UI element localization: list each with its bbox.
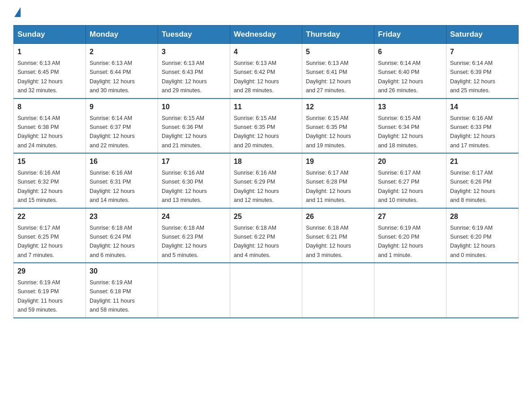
day-number: 13 <box>378 102 442 112</box>
column-header-sunday: Sunday <box>14 26 86 44</box>
day-info: Sunrise: 6:18 AMSunset: 6:23 PMDaylight:… <box>162 225 207 258</box>
calendar-cell: 19 Sunrise: 6:17 AMSunset: 6:28 PMDaylig… <box>302 153 374 208</box>
day-info: Sunrise: 6:16 AMSunset: 6:30 PMDaylight:… <box>162 170 207 203</box>
day-number: 15 <box>17 156 82 167</box>
calendar-cell: 2 Sunrise: 6:13 AMSunset: 6:44 PMDayligh… <box>86 44 158 98</box>
calendar-cell: 26 Sunrise: 6:18 AMSunset: 6:21 PMDaylig… <box>302 208 374 263</box>
day-info: Sunrise: 6:13 AMSunset: 6:44 PMDaylight:… <box>90 60 135 94</box>
calendar-week-2: 8 Sunrise: 6:14 AMSunset: 6:38 PMDayligh… <box>14 98 519 154</box>
day-info: Sunrise: 6:18 AMSunset: 6:22 PMDaylight:… <box>234 225 279 258</box>
calendar-cell: 8 Sunrise: 6:14 AMSunset: 6:38 PMDayligh… <box>14 98 86 154</box>
day-info: Sunrise: 6:13 AMSunset: 6:45 PMDaylight:… <box>17 60 63 94</box>
column-header-wednesday: Wednesday <box>230 26 302 44</box>
day-info: Sunrise: 6:17 AMSunset: 6:27 PMDaylight:… <box>378 170 423 203</box>
day-info: Sunrise: 6:17 AMSunset: 6:28 PMDaylight:… <box>306 170 351 203</box>
day-number: 8 <box>17 102 82 112</box>
day-info: Sunrise: 6:14 AMSunset: 6:39 PMDaylight:… <box>450 60 495 94</box>
calendar-cell <box>302 263 374 318</box>
calendar-cell: 25 Sunrise: 6:18 AMSunset: 6:22 PMDaylig… <box>230 208 302 263</box>
calendar-week-5: 29 Sunrise: 6:19 AMSunset: 6:19 PMDaylig… <box>14 263 519 318</box>
calendar-cell <box>446 263 519 318</box>
day-number: 21 <box>450 156 515 167</box>
calendar-cell: 30 Sunrise: 6:19 AMSunset: 6:18 PMDaylig… <box>86 263 158 318</box>
day-number: 6 <box>378 47 442 57</box>
calendar-cell <box>158 263 230 318</box>
logo-top <box>13 9 21 17</box>
day-info: Sunrise: 6:15 AMSunset: 6:36 PMDaylight:… <box>162 115 207 149</box>
day-info: Sunrise: 6:15 AMSunset: 6:35 PMDaylight:… <box>306 115 351 149</box>
calendar-cell: 1 Sunrise: 6:13 AMSunset: 6:45 PMDayligh… <box>14 44 86 98</box>
calendar-cell: 29 Sunrise: 6:19 AMSunset: 6:19 PMDaylig… <box>14 263 86 318</box>
day-info: Sunrise: 6:13 AMSunset: 6:41 PMDaylight:… <box>306 60 351 94</box>
day-info: Sunrise: 6:13 AMSunset: 6:42 PMDaylight:… <box>234 60 279 94</box>
day-number: 9 <box>90 102 154 112</box>
day-info: Sunrise: 6:14 AMSunset: 6:38 PMDaylight:… <box>17 115 63 149</box>
calendar-cell: 14 Sunrise: 6:16 AMSunset: 6:33 PMDaylig… <box>446 98 519 154</box>
calendar-cell: 23 Sunrise: 6:18 AMSunset: 6:24 PMDaylig… <box>86 208 158 263</box>
day-info: Sunrise: 6:19 AMSunset: 6:20 PMDaylight:… <box>450 225 495 258</box>
day-info: Sunrise: 6:17 AMSunset: 6:25 PMDaylight:… <box>17 225 63 258</box>
day-info: Sunrise: 6:18 AMSunset: 6:21 PMDaylight:… <box>306 225 351 258</box>
day-info: Sunrise: 6:19 AMSunset: 6:19 PMDaylight:… <box>17 279 63 313</box>
calendar-cell: 17 Sunrise: 6:16 AMSunset: 6:30 PMDaylig… <box>158 153 230 208</box>
day-number: 27 <box>378 211 442 222</box>
day-number: 2 <box>90 47 154 57</box>
column-header-thursday: Thursday <box>302 26 374 44</box>
calendar-cell: 5 Sunrise: 6:13 AMSunset: 6:41 PMDayligh… <box>302 44 374 98</box>
calendar-cell: 27 Sunrise: 6:19 AMSunset: 6:20 PMDaylig… <box>374 208 446 263</box>
calendar-cell: 16 Sunrise: 6:16 AMSunset: 6:31 PMDaylig… <box>86 153 158 208</box>
calendar-cell: 13 Sunrise: 6:15 AMSunset: 6:34 PMDaylig… <box>374 98 446 154</box>
day-info: Sunrise: 6:15 AMSunset: 6:34 PMDaylight:… <box>378 115 423 149</box>
day-info: Sunrise: 6:16 AMSunset: 6:29 PMDaylight:… <box>234 170 279 203</box>
day-number: 14 <box>450 102 515 112</box>
day-number: 1 <box>17 47 82 57</box>
calendar-table: SundayMondayTuesdayWednesdayThursdayFrid… <box>13 25 519 318</box>
calendar-cell: 18 Sunrise: 6:16 AMSunset: 6:29 PMDaylig… <box>230 153 302 208</box>
day-number: 12 <box>306 102 370 112</box>
page-header <box>13 9 519 16</box>
day-info: Sunrise: 6:17 AMSunset: 6:26 PMDaylight:… <box>450 170 495 203</box>
calendar-cell: 9 Sunrise: 6:14 AMSunset: 6:37 PMDayligh… <box>86 98 158 154</box>
day-number: 11 <box>234 102 298 112</box>
day-number: 28 <box>450 211 515 222</box>
column-header-saturday: Saturday <box>446 26 519 44</box>
day-number: 20 <box>378 156 442 167</box>
day-number: 19 <box>306 156 370 167</box>
day-info: Sunrise: 6:14 AMSunset: 6:40 PMDaylight:… <box>378 60 423 94</box>
day-number: 5 <box>306 47 370 57</box>
day-number: 30 <box>90 266 154 277</box>
day-info: Sunrise: 6:19 AMSunset: 6:18 PMDaylight:… <box>90 279 135 313</box>
calendar-cell: 20 Sunrise: 6:17 AMSunset: 6:27 PMDaylig… <box>374 153 446 208</box>
day-number: 7 <box>450 47 515 57</box>
day-info: Sunrise: 6:14 AMSunset: 6:37 PMDaylight:… <box>90 115 135 149</box>
calendar-cell: 6 Sunrise: 6:14 AMSunset: 6:40 PMDayligh… <box>374 44 446 98</box>
calendar-cell: 7 Sunrise: 6:14 AMSunset: 6:39 PMDayligh… <box>446 44 519 98</box>
calendar-week-1: 1 Sunrise: 6:13 AMSunset: 6:45 PMDayligh… <box>14 44 519 98</box>
day-number: 16 <box>90 156 154 167</box>
column-header-friday: Friday <box>374 26 446 44</box>
day-number: 24 <box>162 211 226 222</box>
column-header-tuesday: Tuesday <box>158 26 230 44</box>
logo <box>13 9 21 16</box>
day-info: Sunrise: 6:18 AMSunset: 6:24 PMDaylight:… <box>90 225 135 258</box>
calendar-week-3: 15 Sunrise: 6:16 AMSunset: 6:32 PMDaylig… <box>14 153 519 208</box>
calendar-cell: 10 Sunrise: 6:15 AMSunset: 6:36 PMDaylig… <box>158 98 230 154</box>
day-number: 18 <box>234 156 298 167</box>
logo-triangle-icon <box>14 7 21 17</box>
day-number: 25 <box>234 211 298 222</box>
calendar-cell <box>230 263 302 318</box>
day-info: Sunrise: 6:16 AMSunset: 6:31 PMDaylight:… <box>90 170 135 203</box>
calendar-header-row: SundayMondayTuesdayWednesdayThursdayFrid… <box>14 26 519 44</box>
calendar-cell <box>374 263 446 318</box>
day-info: Sunrise: 6:19 AMSunset: 6:20 PMDaylight:… <box>378 225 423 258</box>
day-info: Sunrise: 6:15 AMSunset: 6:35 PMDaylight:… <box>234 115 279 149</box>
calendar-cell: 4 Sunrise: 6:13 AMSunset: 6:42 PMDayligh… <box>230 44 302 98</box>
calendar-cell: 21 Sunrise: 6:17 AMSunset: 6:26 PMDaylig… <box>446 153 519 208</box>
day-info: Sunrise: 6:13 AMSunset: 6:43 PMDaylight:… <box>162 60 207 94</box>
calendar-cell: 22 Sunrise: 6:17 AMSunset: 6:25 PMDaylig… <box>14 208 86 263</box>
day-number: 23 <box>90 211 154 222</box>
calendar-cell: 15 Sunrise: 6:16 AMSunset: 6:32 PMDaylig… <box>14 153 86 208</box>
day-number: 29 <box>17 266 82 277</box>
day-info: Sunrise: 6:16 AMSunset: 6:33 PMDaylight:… <box>450 115 495 149</box>
day-number: 10 <box>162 102 226 112</box>
